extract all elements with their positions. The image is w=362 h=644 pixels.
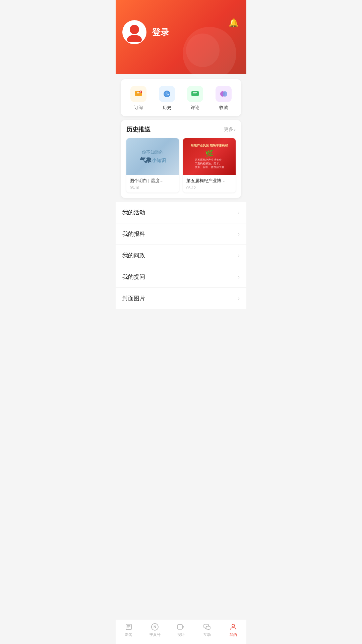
svg-point-17	[223, 91, 227, 97]
header: 🔔 登录	[116, 0, 246, 74]
notification-icon: 🔔	[229, 18, 239, 28]
history-label: 历史	[163, 105, 171, 111]
svg-rect-28	[206, 626, 210, 629]
card2-red-title: 展现产业风采 唱响宁夏枸杞	[191, 144, 228, 148]
collect-action[interactable]: 收藏	[209, 86, 238, 111]
avatar	[122, 20, 146, 44]
collect-label: 收藏	[219, 105, 228, 111]
menu-item-my-question[interactable]: 我的提问 ›	[116, 266, 246, 288]
notification-button[interactable]: 🔔	[228, 17, 240, 29]
news-nav-icon	[125, 623, 133, 631]
collect-icon	[216, 86, 232, 102]
interact-nav-icon	[203, 623, 211, 631]
svg-rect-12	[191, 91, 199, 96]
comment-label: 评论	[191, 105, 199, 111]
bottom-nav: 新闻 N 宁夏号 视听 互动	[116, 619, 246, 644]
cover-image-label: 封面图片	[122, 294, 145, 302]
subscribe-icon	[130, 86, 146, 102]
more-chevron-icon: ›	[234, 127, 236, 132]
comment-action[interactable]: 评论	[181, 86, 209, 111]
history-icon	[159, 86, 175, 102]
menu-list: 我的活动 › 我的报料 › 我的问政 › 我的提问 › 封面图片 ›	[116, 202, 246, 309]
more-button[interactable]: 更多 ›	[224, 126, 236, 132]
svg-point-0	[130, 25, 139, 34]
menu-item-my-question-gov[interactable]: 我的问政 ›	[116, 245, 246, 266]
quick-actions-card: 订阅 历史 评论	[121, 79, 241, 116]
section-title: 历史推送	[126, 125, 150, 133]
card2-date: 05-12	[186, 186, 232, 190]
nav-interact[interactable]: 互动	[194, 623, 220, 637]
menu-item-my-activities[interactable]: 我的活动 ›	[116, 202, 246, 223]
section-header: 历史推送 更多 ›	[126, 125, 236, 133]
nav-news[interactable]: 新闻	[116, 623, 142, 637]
my-question-gov-arrow-icon: ›	[238, 253, 240, 259]
more-label: 更多	[224, 126, 233, 132]
subscribe-action[interactable]: 订阅	[124, 86, 153, 111]
my-question-gov-label: 我的问政	[122, 252, 145, 259]
nav-mine[interactable]: 我的	[220, 623, 246, 637]
svg-marker-25	[183, 626, 184, 628]
news-card-1[interactable]: 你不知道的 气象小知识 图个明白 | 温度… 05-16	[126, 138, 179, 193]
my-activities-label: 我的活动	[122, 209, 145, 216]
mine-nav-label: 我的	[230, 632, 237, 637]
my-report-arrow-icon: ›	[238, 231, 240, 237]
nav-video[interactable]: 视听	[168, 623, 194, 637]
svg-text:N: N	[154, 625, 156, 629]
nav-ningxia[interactable]: N 宁夏号	[142, 623, 168, 637]
subscribe-label: 订阅	[134, 105, 143, 111]
login-label[interactable]: 登录	[152, 26, 169, 38]
ningxia-nav-label: 宁夏号	[149, 632, 161, 637]
my-report-label: 我的报料	[122, 230, 145, 238]
card1-image-text2: 气象小知识	[140, 157, 166, 164]
card1-title: 图个明白 | 温度…	[130, 178, 176, 184]
card2-title: 第五届枸杞产业博…	[186, 178, 232, 184]
history-action[interactable]: 历史	[153, 86, 181, 111]
video-nav-label: 视听	[177, 632, 185, 637]
card2-red-sub: 第五届枸杞产业博览会宁夏枸杞书法、美术、摄影、剪纸、微视频大赛	[195, 158, 224, 169]
svg-point-30	[232, 624, 235, 627]
my-activities-arrow-icon: ›	[238, 210, 240, 216]
news-card-2[interactable]: 展现产业风采 唱响宁夏枸杞 🌿 第五届枸杞产业博览会宁夏枸杞书法、美术、摄影、剪…	[183, 138, 236, 193]
svg-marker-29	[208, 629, 209, 630]
mine-nav-icon	[229, 623, 237, 631]
decorative-circle-2	[186, 34, 220, 67]
interact-nav-label: 互动	[203, 632, 211, 637]
svg-point-1	[127, 35, 142, 42]
my-question-arrow-icon: ›	[238, 274, 240, 280]
cover-image-arrow-icon: ›	[238, 296, 240, 302]
menu-item-my-report[interactable]: 我的报料 ›	[116, 223, 246, 245]
svg-rect-24	[178, 625, 182, 629]
card1-date: 05-16	[130, 186, 176, 190]
history-section: 历史推送 更多 › 你不知道的 气象小知识 图个明白 | 温度…	[121, 120, 241, 198]
card1-image-text1: 你不知道的	[140, 149, 166, 155]
video-nav-icon	[177, 623, 185, 631]
decoration-fish: 🌿	[205, 149, 214, 157]
news-cards: 你不知道的 气象小知识 图个明白 | 温度… 05-16 展现产业风采 唱响宁夏…	[126, 138, 236, 193]
menu-item-cover-image[interactable]: 封面图片 ›	[116, 288, 246, 309]
news-nav-label: 新闻	[125, 632, 132, 637]
comment-icon	[187, 86, 203, 102]
my-question-label: 我的提问	[122, 273, 145, 281]
ningxia-nav-icon: N	[151, 623, 159, 631]
